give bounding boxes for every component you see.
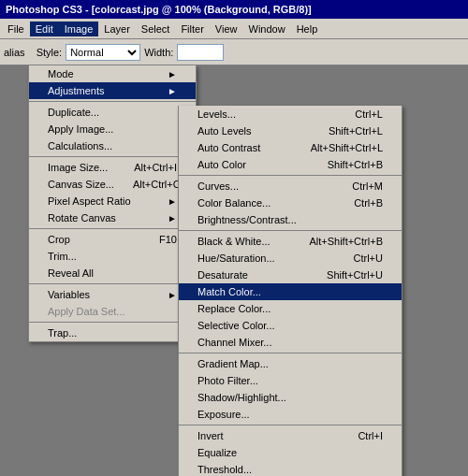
menu-select[interactable]: Select [136,22,176,36]
adj-replace-color[interactable]: Replace Color... [179,300,402,317]
adj-color-balance[interactable]: Color Balance... Ctrl+B [179,195,402,211]
adj-black-white[interactable]: Black & White... Alt+Shift+Ctrl+B [179,233,402,250]
adj-auto-color[interactable]: Auto Color Shift+Ctrl+B [179,156,402,173]
adj-match-color[interactable]: Match Color... [179,283,402,300]
toolbar: alias Style: Normal Width: [0,39,468,65]
width-input[interactable] [177,44,224,61]
style-select[interactable]: Normal [66,44,140,61]
image-dropdown-menu: Mode ► Adjustments ► Duplicate... Apply … [28,65,197,342]
menu-item-adjustments[interactable]: Adjustments ► [29,82,196,99]
menu-item-trap[interactable]: Trap... [29,325,196,341]
menu-file[interactable]: File [2,22,30,36]
menu-item-image-size[interactable]: Image Size... Alt+Ctrl+I [29,159,196,176]
menu-help[interactable]: Help [291,22,324,36]
menu-image[interactable]: Image [59,22,99,36]
adj-auto-levels[interactable]: Auto Levels Shift+Ctrl+L [179,123,402,139]
style-label: Style: [37,47,63,58]
menu-item-calculations[interactable]: Calculations... [29,137,196,154]
menu-item-reveal-all[interactable]: Reveal All [29,265,196,281]
menu-item-canvas-size[interactable]: Canvas Size... Alt+Ctrl+C [29,176,196,193]
adj-channel-mixer[interactable]: Channel Mixer... [179,334,402,351]
adj-shadow-highlight[interactable]: Shadow/Highlight... [179,389,402,406]
separator-2 [29,156,196,157]
menu-view[interactable]: View [210,22,243,36]
adj-sep-1 [179,175,402,176]
adj-sep-2 [179,230,402,231]
title-text: Photoshop CS3 - [colorcast.jpg @ 100% (B… [6,4,312,15]
adj-photo-filter[interactable]: Photo Filter... [179,372,402,389]
menu-item-apply-image[interactable]: Apply Image... [29,121,196,137]
adjustments-submenu: Levels... Ctrl+L Auto Levels Shift+Ctrl+… [178,106,402,476]
adj-gradient-map[interactable]: Gradient Map... [179,355,402,372]
separator-4 [29,283,196,284]
menu-filter[interactable]: Filter [175,22,209,36]
alias-label: alias [4,47,25,58]
separator-1 [29,101,196,102]
menu-item-variables[interactable]: Variables ► [29,286,196,303]
menu-layer[interactable]: Layer [98,22,136,36]
menu-item-mode[interactable]: Mode ► [29,65,196,82]
adj-sep-4 [179,425,402,426]
adj-exposure[interactable]: Exposure... [179,406,402,423]
separator-3 [29,228,196,229]
adj-auto-contrast[interactable]: Auto Contrast Alt+Shift+Ctrl+L [179,139,402,156]
menu-item-pixel-aspect[interactable]: Pixel Aspect Ratio ► [29,193,196,209]
adj-levels[interactable]: Levels... Ctrl+L [179,106,402,123]
menu-item-crop[interactable]: Crop F10 [29,231,196,248]
width-label: Width: [144,47,173,58]
menu-item-duplicate[interactable]: Duplicate... [29,104,196,121]
adj-sep-3 [179,353,402,353]
separator-5 [29,322,196,323]
adj-invert[interactable]: Invert Ctrl+I [179,427,402,444]
adj-equalize[interactable]: Equalize [179,444,402,461]
menu-item-trim[interactable]: Trim... [29,248,196,265]
menu-edit[interactable]: Edit [30,22,59,36]
adj-selective-color[interactable]: Selective Color... [179,317,402,334]
menu-window[interactable]: Window [243,22,291,36]
adj-hue-saturation[interactable]: Hue/Saturation... Ctrl+U [179,250,402,267]
adj-threshold[interactable]: Threshold... [179,461,402,476]
menu-bar: File Edit Image Layer Select Filter View… [0,19,468,39]
adj-curves[interactable]: Curves... Ctrl+M [179,178,402,195]
adj-desaturate[interactable]: Desaturate Shift+Ctrl+U [179,267,402,283]
adj-brightness-contrast[interactable]: Brightness/Contrast... [179,211,402,228]
menu-item-rotate-canvas[interactable]: Rotate Canvas ► [29,209,196,226]
title-bar: Photoshop CS3 - [colorcast.jpg @ 100% (B… [0,0,468,19]
menu-item-apply-data-set: Apply Data Set... [29,303,196,320]
main-area: Mode ► Adjustments ► Duplicate... Apply … [0,65,468,476]
